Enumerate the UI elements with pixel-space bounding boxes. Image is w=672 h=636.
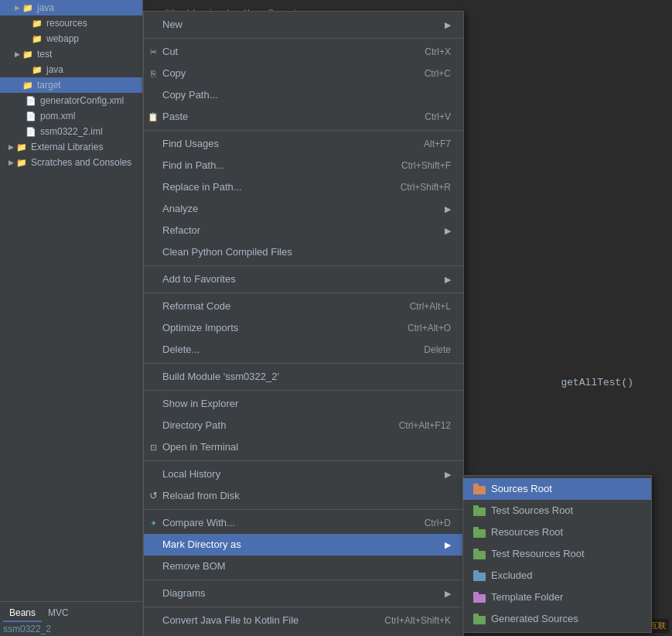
sidebar-item-java2[interactable]: 📁 java <box>0 62 142 77</box>
shortcut-label: Delete <box>424 342 451 357</box>
expand-arrow <box>15 96 25 105</box>
submenu-item-test-sources-root[interactable]: Test Sources Root <box>463 500 651 521</box>
separator <box>144 390 463 391</box>
menu-item-convert-kotlin[interactable]: Convert Java File to Kotlin File Ctrl+Al… <box>144 610 463 631</box>
separator <box>144 265 463 266</box>
menu-item-replace-in-path[interactable]: Replace in Path... Ctrl+Shift+R <box>144 176 463 198</box>
menu-item-analyze[interactable]: Analyze ▶ <box>144 198 463 220</box>
submenu-arrow: ▶ <box>445 223 451 238</box>
svg-rect-4 <box>473 505 479 509</box>
compare-icon: ✦ <box>147 517 159 529</box>
submenu-item-label: Resources Root <box>491 525 563 540</box>
menu-item-copy[interactable]: ⎘ Copy Ctrl+C <box>144 63 463 84</box>
menu-item-label: Compare With... <box>162 515 409 531</box>
expand-arrow <box>15 127 25 136</box>
folder-gen-icon <box>472 614 486 624</box>
menu-item-label: Copy Path... <box>162 87 451 103</box>
submenu-arrow: ▶ <box>445 467 451 482</box>
submenu-mark-directory: Sources Root Test Sources Root Resources… <box>462 475 652 633</box>
sidebar-item-generatorconfig[interactable]: 📄 generatorConfig.xml <box>0 93 142 108</box>
folder-exc-icon <box>472 570 486 581</box>
menu-item-clean-python[interactable]: Clean Python Compiled Files <box>144 241 463 263</box>
menu-item-find-in-path[interactable]: Find in Path... Ctrl+Shift+F <box>144 155 463 176</box>
expand-arrow <box>15 111 25 121</box>
terminal-icon: ⊡ <box>147 441 159 453</box>
menu-item-label: Diagrams <box>162 586 438 601</box>
sidebar-item-pomxml[interactable]: 📄 pom.xml <box>0 108 142 124</box>
submenu-item-generated-sources[interactable]: Generated Sources <box>463 608 651 630</box>
sidebar-item-webapp[interactable]: 📁 webapp <box>0 31 142 46</box>
sidebar-item-iml[interactable]: 📄 ssm0322_2.iml <box>0 124 142 139</box>
menu-item-label: Optimize Imports <box>162 320 392 336</box>
menu-item-label: Convert Java File to Kotlin File <box>162 613 369 628</box>
menu-item-compare-with[interactable]: ✦ Compare With... Ctrl+D <box>144 512 463 534</box>
shortcut-label: Ctrl+C <box>425 66 451 81</box>
menu-item-create-gist[interactable]: ● Create Gist... <box>144 631 463 636</box>
cut-icon: ✂ <box>147 46 159 58</box>
folder-tmpl-icon <box>472 592 486 603</box>
menu-item-label: Remove BOM <box>162 559 451 574</box>
svg-rect-12 <box>473 592 479 596</box>
submenu-item-excluded[interactable]: Excluded <box>463 565 651 586</box>
folder-res-icon <box>472 527 486 538</box>
sidebar-item-java[interactable]: ▶ 📁 java <box>0 0 142 15</box>
menu-item-label: Clean Python Compiled Files <box>162 244 451 260</box>
menu-item-build-module[interactable]: Build Module 'ssm0322_2' <box>144 366 463 388</box>
file-icon: 📄 <box>25 110 37 122</box>
sidebar-item-label: resources <box>46 18 87 29</box>
menu-item-diagrams[interactable]: Diagrams ▶ <box>144 583 463 604</box>
menu-item-delete[interactable]: Delete... Delete <box>144 339 463 361</box>
svg-rect-6 <box>473 527 479 531</box>
sidebar-item-label: test <box>37 49 52 60</box>
sidebar-item-label: webapp <box>46 33 79 44</box>
submenu-item-label: Template Folder <box>491 590 563 605</box>
sidebar-item-external-libs[interactable]: ▶ 📁 External Libraries <box>0 139 142 155</box>
menu-item-remove-bom[interactable]: Remove BOM <box>144 556 463 577</box>
menu-item-label: Build Module 'ssm0322_2' <box>162 369 451 385</box>
separator <box>144 38 463 39</box>
menu-item-local-history[interactable]: Local History ▶ <box>144 463 463 485</box>
menu-item-label: Show in Explorer <box>162 396 451 412</box>
menu-item-refactor[interactable]: Refactor ▶ <box>144 220 463 241</box>
project-item[interactable]: ssm0322_2 <box>0 622 142 636</box>
folder-icon: 📁 <box>15 141 28 153</box>
menu-item-label: Reformat Code <box>162 299 394 314</box>
submenu-item-label: Sources Root <box>491 481 552 497</box>
menu-item-directory-path[interactable]: Directory Path Ctrl+Alt+F12 <box>144 415 463 436</box>
sidebar-item-label: generatorConfig.xml <box>40 95 124 106</box>
sidebar-item-resources[interactable]: 📁 resources <box>0 15 142 31</box>
tab-mvc[interactable]: MVC <box>42 605 75 622</box>
folder-test-icon <box>472 505 486 516</box>
menu-item-paste[interactable]: 📋 Paste Ctrl+V <box>144 106 463 128</box>
separator <box>144 292 463 293</box>
submenu-item-label: Test Resources Root <box>491 546 585 562</box>
submenu-item-template-folder[interactable]: Template Folder <box>463 586 651 608</box>
menu-item-cut[interactable]: ✂ Cut Ctrl+X <box>144 41 463 63</box>
menu-item-find-usages[interactable]: Find Usages Alt+F7 <box>144 133 463 155</box>
menu-item-reformat[interactable]: Reformat Code Ctrl+Alt+L <box>144 296 463 317</box>
folder-icon: 📁 <box>31 63 43 76</box>
menu-item-optimize-imports[interactable]: Optimize Imports Ctrl+Alt+O <box>144 317 463 339</box>
submenu-arrow: ▶ <box>445 586 451 601</box>
menu-item-mark-directory[interactable]: Mark Directory as ▶ <box>144 534 463 556</box>
menu-item-new[interactable]: New ▶ <box>144 14 463 36</box>
folder-icon: 📁 <box>22 48 34 60</box>
shortcut-label: Ctrl+Alt+L <box>410 299 451 314</box>
sidebar-item-test[interactable]: ▶ 📁 test <box>0 46 142 62</box>
menu-item-add-favorites[interactable]: Add to Favorites ▶ <box>144 268 463 290</box>
menu-item-reload-disk[interactable]: ↺ Reload from Disk <box>144 485 463 507</box>
menu-item-show-explorer[interactable]: Show in Explorer <box>144 393 463 415</box>
tab-beans[interactable]: Beans <box>3 605 42 622</box>
submenu-arrow: ▶ <box>445 17 451 32</box>
submenu-item-sources-root[interactable]: Sources Root <box>463 478 651 500</box>
sidebar-item-scratches[interactable]: ▶ 📁 Scratches and Consoles <box>0 155 142 170</box>
shortcut-label: Ctrl+Alt+Shift+K <box>384 613 451 628</box>
shortcut-label: Ctrl+Alt+F12 <box>399 418 451 433</box>
menu-item-open-terminal[interactable]: ⊡ Open in Terminal <box>144 436 463 458</box>
paste-icon: 📋 <box>147 111 159 123</box>
menu-item-label: New <box>162 17 438 32</box>
menu-item-copy-path[interactable]: Copy Path... <box>144 84 463 106</box>
submenu-item-resources-root[interactable]: Resources Root <box>463 521 651 543</box>
sidebar-item-target[interactable]: 📁 target <box>0 77 142 93</box>
submenu-item-test-resources-root[interactable]: Test Resources Root <box>463 543 651 565</box>
